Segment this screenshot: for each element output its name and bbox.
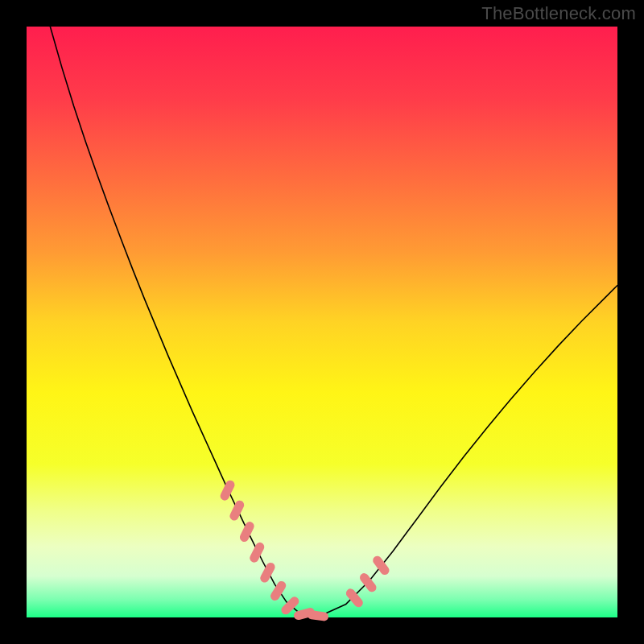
watermark-text: TheBottleneck.com (481, 3, 636, 24)
bottleneck-chart (0, 0, 644, 644)
plot-background (27, 27, 617, 617)
chart-frame: TheBottleneck.com (0, 0, 644, 644)
